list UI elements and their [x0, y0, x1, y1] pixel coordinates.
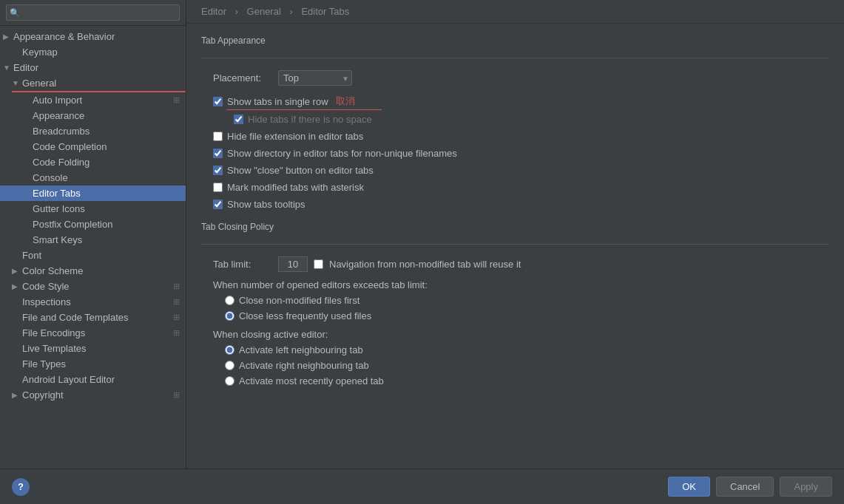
activate-left-row: Activate left neighbouring tab: [225, 344, 829, 355]
show-close-checkbox[interactable]: [213, 166, 223, 175]
sidebar-item-label: Console: [33, 172, 68, 183]
nav-non-modified-checkbox[interactable]: [314, 259, 323, 269]
sidebar-item-code-completion[interactable]: Code Completion: [0, 139, 186, 154]
sidebar-item-file-encodings[interactable]: File Encodings ⊞: [0, 325, 186, 341]
show-tooltips-checkbox[interactable]: [213, 200, 223, 209]
mark-modified-checkbox[interactable]: [213, 183, 223, 192]
sidebar-item-keymap[interactable]: Keymap: [0, 44, 186, 60]
hide-tabs-checkbox[interactable]: [234, 115, 243, 124]
activate-left-label[interactable]: Activate left neighbouring tab: [239, 344, 363, 355]
sidebar-item-appearance[interactable]: Appearance: [0, 108, 186, 123]
cancel-button[interactable]: Cancel: [716, 477, 774, 497]
search-box: 🔍: [0, 0, 186, 26]
sidebar-item-code-style[interactable]: ▶ Code Style ⊞: [0, 279, 186, 294]
sidebar-item-label: Color Scheme: [22, 265, 83, 276]
hide-tabs-label[interactable]: Hide tabs if there is no space: [248, 114, 372, 125]
arrow-icon: ▼: [3, 64, 10, 72]
sidebar-item-label: Gutter Icons: [33, 203, 85, 214]
activate-left-radio[interactable]: [225, 345, 234, 355]
activate-recent-row: Activate most recently opened tab: [225, 375, 829, 386]
tab-limit-row: Tab limit: Navigation from non-modified …: [213, 256, 829, 272]
sidebar-item-editor[interactable]: ▼ Editor: [0, 60, 186, 75]
sidebar-item-file-code-templates[interactable]: File and Code Templates ⊞: [0, 310, 186, 325]
help-button[interactable]: ?: [12, 478, 30, 496]
breadcrumb-part1: Editor: [201, 6, 226, 17]
sidebar-item-appearance-behavior[interactable]: ▶ Appearance & Behavior: [0, 29, 186, 44]
placement-select[interactable]: Top Bottom Left Right: [278, 70, 352, 86]
sidebar-item-smart-keys[interactable]: Smart Keys: [0, 232, 186, 248]
when-closing-label: When closing active editor:: [213, 329, 829, 340]
copy-icon: ⊞: [173, 95, 180, 105]
sidebar-item-live-templates[interactable]: Live Templates: [0, 341, 186, 356]
tab-limit-input[interactable]: [278, 256, 308, 272]
sidebar-item-code-folding[interactable]: Code Folding: [0, 154, 186, 170]
search-input[interactable]: [6, 4, 180, 21]
sidebar-item-general[interactable]: ▼ General: [0, 75, 186, 91]
sidebar-item-label: Editor Tabs: [33, 188, 81, 199]
sidebar-item-label: Auto Import: [33, 95, 82, 106]
copy-icon: ⊞: [173, 390, 180, 400]
settings-content: Tab Appearance Placement: Top Bottom Lef…: [186, 24, 844, 469]
action-buttons: OK Cancel Apply: [668, 477, 832, 497]
activate-recent-radio[interactable]: [225, 376, 234, 386]
content-area: Editor › General › Editor Tabs Tab Appea…: [186, 0, 844, 469]
hide-tabs-row: Hide tabs if there is no space: [234, 114, 829, 125]
show-tabs-single-row-checkbox[interactable]: [213, 97, 223, 106]
sidebar-item-label: Code Folding: [33, 157, 90, 168]
sidebar-item-file-types[interactable]: File Types: [0, 356, 186, 372]
show-directory-checkbox[interactable]: [213, 149, 223, 158]
sidebar-item-copyright[interactable]: ▶ Copyright ⊞: [0, 387, 186, 403]
sidebar-item-label: Code Style: [22, 281, 70, 292]
sidebar-item-postfix-completion[interactable]: Postfix Completion: [0, 217, 186, 232]
show-close-label[interactable]: Show "close" button on editor tabs: [227, 165, 374, 176]
placement-select-wrapper: Top Bottom Left Right ▼: [278, 70, 352, 86]
arrow-icon: ▶: [12, 267, 19, 275]
breadcrumb-part2: General: [247, 6, 281, 17]
sidebar-item-label: Copyright: [22, 389, 64, 401]
copy-icon: ⊞: [173, 328, 180, 338]
tab-closing-title: Tab Closing Policy: [201, 222, 829, 232]
show-tabs-single-row-row: Show tabs in single row 取消: [213, 95, 829, 108]
sidebar-item-editor-tabs[interactable]: Editor Tabs: [0, 185, 186, 201]
close-less-freq-label[interactable]: Close less frequently used files: [239, 310, 371, 321]
placement-row: Placement: Top Bottom Left Right ▼: [213, 70, 829, 86]
sidebar-item-font[interactable]: Font: [0, 248, 186, 263]
sidebar-item-color-scheme[interactable]: ▶ Color Scheme: [0, 263, 186, 279]
sidebar-item-label: Appearance: [33, 110, 84, 121]
exceeds-label: When number of opened editors exceeds ta…: [213, 279, 829, 290]
hide-file-ext-label[interactable]: Hide file extension in editor tabs: [227, 131, 363, 142]
close-non-modified-radio[interactable]: [225, 296, 234, 305]
show-tabs-single-row-label[interactable]: Show tabs in single row: [227, 96, 328, 107]
sidebar-item-console[interactable]: Console: [0, 170, 186, 185]
sidebar-item-label: Code Completion: [33, 141, 107, 152]
sidebar-item-android-layout-editor[interactable]: Android Layout Editor: [0, 372, 186, 387]
mark-modified-label[interactable]: Mark modified tabs with asterisk: [227, 182, 364, 193]
activate-right-radio[interactable]: [225, 361, 234, 370]
mark-modified-row: Mark modified tabs with asterisk: [213, 182, 829, 193]
close-less-freq-radio[interactable]: [225, 311, 234, 321]
arrow-icon: ▶: [12, 282, 19, 290]
cancel-text: 取消: [336, 95, 355, 108]
activate-right-label[interactable]: Activate right neighbouring tab: [239, 360, 369, 371]
hide-file-ext-checkbox[interactable]: [213, 132, 223, 141]
sidebar-item-auto-import[interactable]: Auto Import ⊞: [0, 92, 186, 108]
sidebar-item-gutter-icons[interactable]: Gutter Icons: [0, 201, 186, 217]
apply-button[interactable]: Apply: [780, 477, 832, 497]
sidebar-item-breadcrumbs[interactable]: Breadcrumbs: [0, 123, 186, 139]
arrow-icon: ▼: [12, 79, 19, 87]
hide-file-ext-row: Hide file extension in editor tabs: [213, 131, 829, 142]
activate-recent-label[interactable]: Activate most recently opened tab: [239, 375, 384, 386]
sidebar-item-label: General: [22, 78, 56, 89]
close-non-modified-label[interactable]: Close non-modified files first: [239, 295, 359, 306]
show-directory-label[interactable]: Show directory in editor tabs for non-un…: [227, 148, 457, 159]
sidebar-tree: ▶ Appearance & Behavior Keymap ▼ Editor …: [0, 26, 186, 469]
nav-non-modified-label[interactable]: Navigation from non-modified tab will re…: [329, 259, 521, 270]
copy-icon: ⊞: [173, 282, 180, 291]
ok-button[interactable]: OK: [668, 477, 710, 497]
show-tooltips-label[interactable]: Show tabs tooltips: [227, 199, 305, 210]
sidebar-item-label: Appearance & Behavior: [13, 31, 115, 42]
breadcrumb-part3: Editor Tabs: [301, 6, 349, 17]
sidebar-item-label: Keymap: [22, 47, 58, 58]
copy-icon: ⊞: [173, 313, 180, 322]
sidebar-item-inspections[interactable]: Inspections ⊞: [0, 294, 186, 310]
